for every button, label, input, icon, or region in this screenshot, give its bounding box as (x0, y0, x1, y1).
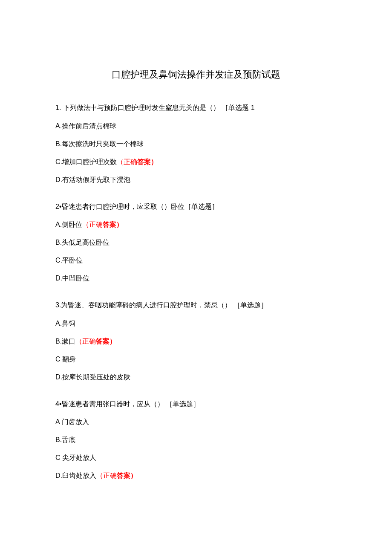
option-letter: C. (55, 158, 62, 165)
option-letter: B. (55, 140, 62, 147)
option-letter: A. (55, 320, 62, 327)
option-letter: A (55, 418, 60, 425)
question-text: 3.为昏迷、吞咽功能障碍的病人进行口腔护理时，禁忌（） ［单选题］ (55, 300, 337, 311)
correct-answer-label: （正确答案） (96, 472, 137, 479)
question-text: 4•昏迷患者需用张口器时，应从（） ［单选题］ (55, 399, 337, 410)
option-text: 漱口 (62, 338, 75, 345)
question-block: 4•昏迷患者需用张口器时，应从（） ［单选题］A 门齿放入B.舌底C 尖牙处放人… (55, 399, 337, 481)
document-title: 口腔护理及鼻饲法操作并发症及预防试题 (55, 68, 337, 81)
option-letter: B. (55, 239, 62, 246)
option-letter: A. (55, 221, 62, 228)
option-letter: A. (55, 122, 62, 130)
question-text: 2•昏迷患者行口腔护理时，应采取（）卧位［单选题］ (55, 201, 337, 212)
option-text: 按摩长期受压处的皮肤 (62, 373, 130, 381)
option-letter: C (55, 454, 61, 461)
option-text: 增加口腔护理次数 (62, 158, 117, 165)
option: B.每次擦洗时只夹取一个棉球 (55, 139, 337, 149)
option: A.侧卧位（正确答案） (55, 220, 337, 230)
option-letter: B. (55, 436, 62, 443)
option: A 门齿放入 (55, 417, 337, 427)
option: C.增加口腔护理次数（正确答案） (55, 157, 337, 167)
question-text: 1. 下列做法中与预防口腔护理时发生窒息无关的是（） ［单选题 1 (55, 102, 337, 113)
option: B.舌底 (55, 435, 337, 445)
option: D.臼齿处放入（正确答案） (55, 471, 337, 481)
option-letter: D. (55, 373, 62, 381)
option-letter: C (55, 356, 61, 363)
questions-container: 1. 下列做法中与预防口腔护理时发生窒息无关的是（） ［单选题 1A.操作前后清… (55, 102, 337, 481)
option-text: 有活动假牙先取下浸泡 (62, 176, 130, 183)
option: A.操作前后清点棉球 (55, 121, 337, 131)
option: D.按摩长期受压处的皮肤 (55, 372, 337, 382)
option-text: 头低足高位卧位 (62, 239, 110, 246)
correct-answer-label: （正确答案） (117, 158, 158, 165)
option: C 翻身 (55, 354, 337, 364)
option: A.鼻饲 (55, 318, 337, 329)
correct-answer-label: （正确答案） (82, 221, 123, 228)
option-text: 臼齿处放入 (62, 472, 96, 479)
option-letter: D. (55, 472, 62, 479)
option-text: 鼻饲 (62, 320, 75, 327)
option: B.漱口（正确答案） (55, 336, 337, 347)
option-text: 平卧位 (62, 257, 83, 264)
option-letter: D. (55, 275, 62, 282)
option: D.中凹卧位 (55, 273, 337, 283)
question-block: 1. 下列做法中与预防口腔护理时发生窒息无关的是（） ［单选题 1A.操作前后清… (55, 102, 337, 185)
option-text: 侧卧位 (62, 221, 82, 228)
question-block: 3.为昏迷、吞咽功能障碍的病人进行口腔护理时，禁忌（） ［单选题］A.鼻饲B.漱… (55, 300, 337, 382)
option-letter: B. (55, 338, 62, 345)
option-letter: D. (55, 176, 62, 183)
option-text: 操作前后清点棉球 (62, 122, 116, 130)
option: C.平卧位 (55, 255, 337, 266)
option-text: 门齿放入 (60, 418, 89, 425)
option: B.头低足高位卧位 (55, 237, 337, 248)
option-letter: C. (55, 257, 62, 264)
option-text: 中凹卧位 (62, 275, 89, 282)
option-text: 每次擦洗时只夹取一个棉球 (62, 140, 144, 147)
option-text: 翻身 (61, 356, 76, 363)
option-text: 尖牙处放人 (61, 454, 96, 461)
option-text: 舌底 (62, 436, 75, 443)
option: D.有活动假牙先取下浸泡 (55, 175, 337, 185)
question-block: 2•昏迷患者行口腔护理时，应采取（）卧位［单选题］A.侧卧位（正确答案）B.头低… (55, 201, 337, 284)
option: C 尖牙处放人 (55, 453, 337, 463)
correct-answer-label: （正确答案） (75, 338, 116, 345)
